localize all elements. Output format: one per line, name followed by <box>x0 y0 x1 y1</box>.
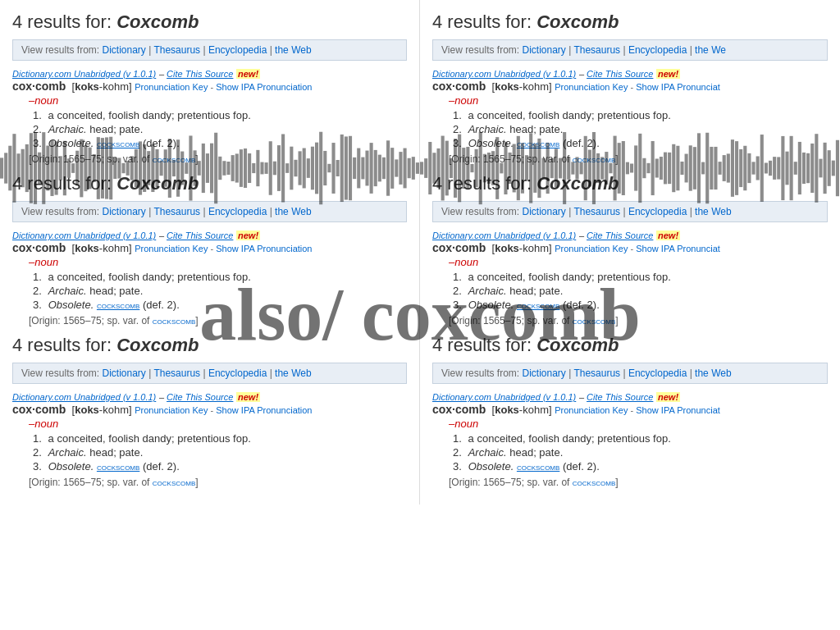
word-entry-r3: Dictionary.com Unabridged (v 1.0.1) – Ci… <box>432 390 828 488</box>
cockscomb-origin-link-1[interactable]: cockscomb <box>153 154 195 164</box>
pron-key-link-r1[interactable]: Pronunciation Key <box>555 82 628 92</box>
word-title-1: Coxcomb <box>116 11 199 32</box>
def-item-r1-2: 2. Archaic. head; pate. <box>449 123 828 135</box>
cockscomb-link-3[interactable]: cockscomb <box>97 461 139 472</box>
cite-source-link-r2[interactable]: Cite This Source <box>587 231 653 240</box>
thesaurus-link-r3[interactable]: Thesaurus <box>573 368 620 379</box>
def-item-r3-2: 2. Archaic. head; pate. <box>449 446 828 459</box>
headword-1: cox·comb <box>12 80 66 93</box>
encyclopedia-link-3[interactable]: Encyclopedia <box>208 368 267 379</box>
cockscomb-link-1[interactable]: cockscomb <box>97 138 139 149</box>
thesaurus-link-1[interactable]: Thesaurus <box>153 44 200 56</box>
def-item-1-1: 1. a conceited, foolish dandy; pretentio… <box>29 109 407 121</box>
results-count-3: 4 results for: <box>12 335 112 355</box>
cockscomb-origin-link-r1[interactable]: cockscomb <box>573 154 615 164</box>
encyclopedia-link-1[interactable]: Encyclopedia <box>208 44 267 56</box>
dict-link-r1[interactable]: Dictionary <box>522 44 565 56</box>
word-title-r3: Coxcomb <box>536 335 619 355</box>
origin-1: [Origin: 1565–75; sp. var. of cockscomb] <box>29 153 407 165</box>
dict-link-1[interactable]: Dictionary <box>102 44 145 56</box>
pos-1: –noun <box>29 94 407 107</box>
new-badge-r3: new! <box>656 392 680 402</box>
dict-link-2[interactable]: Dictionary <box>102 206 145 217</box>
word-title-3: Coxcomb <box>116 335 199 355</box>
web-link-r3[interactable]: the Web <box>695 368 731 379</box>
web-link-r2[interactable]: the Web <box>695 206 731 217</box>
pos-3: –noun <box>29 418 407 430</box>
dict-source-link-r2[interactable]: Dictionary.com Unabridged (v 1.0.1) <box>432 231 576 240</box>
headword-r2: cox·comb <box>432 241 486 254</box>
results-count-r1: 4 results for: <box>432 11 532 32</box>
pron-links-r2: Pronunciation Key - Show IPA Pronunciat <box>555 244 720 253</box>
def-item-2-1: 1. a conceited, foolish dandy; pretentio… <box>29 271 407 283</box>
cite-source-link-1[interactable]: Cite This Source <box>167 69 233 79</box>
source-prefix-3: View results from: <box>21 368 102 379</box>
pron-key-link-r2[interactable]: Pronunciation Key <box>555 244 628 253</box>
pron-key-link-r3[interactable]: Pronunciation Key <box>555 405 628 415</box>
dict-source-link-1[interactable]: Dictionary.com Unabridged (v 1.0.1) <box>12 69 156 79</box>
dict-source-link-3[interactable]: Dictionary.com Unabridged (v 1.0.1) <box>12 392 156 402</box>
web-link-1[interactable]: the Web <box>275 44 311 56</box>
origin-2: [Origin: 1565–75; sp. var. of cockscomb] <box>29 315 407 326</box>
source-prefix-r1: View results from: <box>441 44 522 56</box>
results-count-r2: 4 results for: <box>432 173 532 194</box>
show-ipa-link-3[interactable]: Show IPA Pronunciation <box>216 405 312 415</box>
pron-links-r1: Pronunciation Key - Show IPA Pronunciat <box>555 82 720 92</box>
dict-source-link-2[interactable]: Dictionary.com Unabridged (v 1.0.1) <box>12 231 156 240</box>
encyclopedia-link-r3[interactable]: Encyclopedia <box>628 368 687 379</box>
pron-bold-3: koks <box>75 404 99 416</box>
cockscomb-origin-link-3[interactable]: cockscomb <box>153 477 195 487</box>
source-bar-r3: View results from: Dictionary | Thesauru… <box>432 363 828 384</box>
pron-bold-1: koks <box>75 80 99 93</box>
dict-source-link-r3[interactable]: Dictionary.com Unabridged (v 1.0.1) <box>432 392 576 402</box>
web-link-3[interactable]: the Web <box>275 368 311 379</box>
dict-link-r3[interactable]: Dictionary <box>522 368 565 379</box>
definitions-3: 1. a conceited, foolish dandy; pretentio… <box>29 432 407 472</box>
def-item-r2-1: 1. a conceited, foolish dandy; pretentio… <box>449 271 828 283</box>
cockscomb-link-r1[interactable]: cockscomb <box>517 138 559 149</box>
cockscomb-origin-link-r3[interactable]: cockscomb <box>573 477 615 487</box>
thesaurus-link-2[interactable]: Thesaurus <box>153 206 200 217</box>
encyclopedia-link-r1[interactable]: Encyclopedia <box>628 44 687 56</box>
cockscomb-link-r3[interactable]: cockscomb <box>517 461 559 472</box>
cockscomb-origin-link-r2[interactable]: cockscomb <box>573 316 615 326</box>
dict-link-r2[interactable]: Dictionary <box>522 206 565 217</box>
thesaurus-link-r1[interactable]: Thesaurus <box>573 44 620 56</box>
dict-link-3[interactable]: Dictionary <box>102 368 145 379</box>
source-bar-3: View results from: Dictionary | Thesauru… <box>12 363 407 384</box>
encyclopedia-link-2[interactable]: Encyclopedia <box>208 206 267 217</box>
encyclopedia-link-r2[interactable]: Encyclopedia <box>628 206 687 217</box>
pron-key-link-2[interactable]: Pronunciation Key <box>135 244 208 253</box>
origin-r2: [Origin: 1565–75; sp. var. of cockscomb] <box>449 315 828 326</box>
show-ipa-link-r1[interactable]: Show IPA Pronunciat <box>636 82 720 92</box>
entry-block-r2: 4 results for: Coxcomb View results from… <box>432 173 828 326</box>
thesaurus-link-r2[interactable]: Thesaurus <box>573 206 620 217</box>
word-title-2: Coxcomb <box>116 173 199 194</box>
show-ipa-link-r2[interactable]: Show IPA Pronunciat <box>636 244 720 253</box>
cockscomb-link-2[interactable]: cockscomb <box>97 299 139 311</box>
web-link-r1[interactable]: the We <box>695 44 726 56</box>
pron-links-2: Pronunciation Key - Show IPA Pronunciati… <box>135 244 312 253</box>
show-ipa-link-2[interactable]: Show IPA Pronunciation <box>216 244 312 253</box>
pron-key-link-1[interactable]: Pronunciation Key <box>135 82 208 92</box>
def-item-1-2: 2. Archaic. head; pate. <box>29 123 407 135</box>
definitions-2: 1. a conceited, foolish dandy; pretentio… <box>29 271 407 311</box>
cockscomb-origin-link-2[interactable]: cockscomb <box>153 316 195 326</box>
web-link-2[interactable]: the Web <box>275 206 311 217</box>
pronunciation-r1: [koks-kohm] <box>489 80 555 93</box>
cite-source-link-2[interactable]: Cite This Source <box>167 231 233 240</box>
dict-source-link-r1[interactable]: Dictionary.com Unabridged (v 1.0.1) <box>432 69 576 79</box>
show-ipa-link-1[interactable]: Show IPA Pronunciation <box>216 82 312 92</box>
pronunciation-3: [koks-kohm] <box>69 404 135 416</box>
word-entry-r2: Dictionary.com Unabridged (v 1.0.1) – Ci… <box>432 229 828 326</box>
cite-source-link-r3[interactable]: Cite This Source <box>587 392 653 402</box>
cite-source-link-r1[interactable]: Cite This Source <box>587 69 653 79</box>
cite-source-link-3[interactable]: Cite This Source <box>167 392 233 402</box>
thesaurus-link-3[interactable]: Thesaurus <box>153 368 200 379</box>
source-bar-r2: View results from: Dictionary | Thesauru… <box>432 201 828 222</box>
pron-key-link-3[interactable]: Pronunciation Key <box>135 405 208 415</box>
pron-bold-2: koks <box>75 242 99 254</box>
cockscomb-link-r2[interactable]: cockscomb <box>517 299 559 311</box>
show-ipa-link-r3[interactable]: Show IPA Pronunciat <box>636 405 720 415</box>
headword-r3: cox·comb <box>432 403 486 416</box>
